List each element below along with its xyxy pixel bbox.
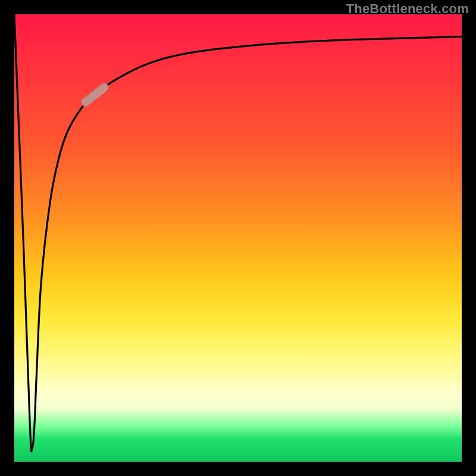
- curve-marker: [80, 82, 110, 108]
- plot-area: [14, 14, 462, 462]
- chart-frame: TheBottleneck.com: [0, 0, 476, 476]
- curve-svg: [14, 14, 462, 462]
- curve-path: [14, 14, 462, 452]
